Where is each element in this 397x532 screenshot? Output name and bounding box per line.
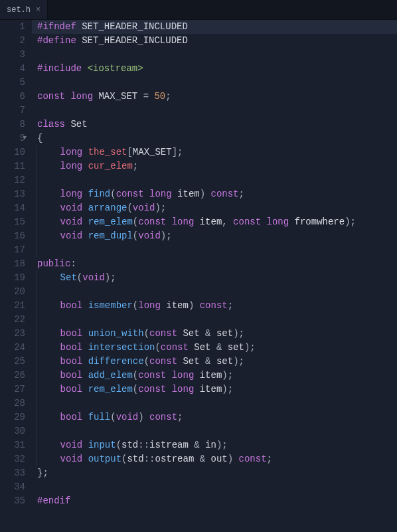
token: difference xyxy=(88,356,144,367)
code-line[interactable]: Set(void); xyxy=(37,271,397,285)
code-line[interactable] xyxy=(37,285,397,299)
line-number[interactable]: 20 xyxy=(0,285,25,299)
line-number[interactable]: 30 xyxy=(0,424,25,438)
token xyxy=(166,370,171,381)
token: #define xyxy=(37,35,76,46)
code-line[interactable]: void output(std::ostream & out) const; xyxy=(37,452,397,466)
line-number[interactable]: 3 xyxy=(0,48,25,62)
code-line[interactable] xyxy=(37,424,397,438)
code-line[interactable]: void arrange(void); xyxy=(37,201,397,215)
line-number[interactable]: 11 xyxy=(0,159,25,173)
code-area[interactable]: #ifndef SET_HEADER_INCLUDED#define SET_H… xyxy=(32,20,397,532)
token: rem_elem xyxy=(88,217,133,227)
code-line[interactable]: bool difference(const Set & set); xyxy=(37,355,397,369)
line-number[interactable]: 35 xyxy=(0,494,25,508)
code-line[interactable]: const long MAX_SET = 50; xyxy=(37,90,397,104)
code-line[interactable]: #ifndef SET_HEADER_INCLUDED xyxy=(32,20,397,34)
line-number[interactable]: 10 xyxy=(0,145,25,159)
close-icon[interactable]: × xyxy=(36,6,40,14)
code-line[interactable] xyxy=(37,48,397,62)
line-number[interactable]: 22 xyxy=(0,313,25,327)
token: :: xyxy=(138,440,149,450)
token: ); xyxy=(233,356,244,367)
code-line[interactable] xyxy=(37,313,397,327)
token: bool xyxy=(60,370,83,381)
line-number[interactable]: 32 xyxy=(0,452,25,466)
token xyxy=(37,145,60,159)
line-number[interactable]: 2 xyxy=(0,34,25,48)
code-line[interactable]: void input(std::istream & in); xyxy=(37,438,397,452)
line-number[interactable]: 1 xyxy=(0,20,25,34)
indent-guide xyxy=(37,313,60,327)
token: const xyxy=(138,217,166,227)
line-number[interactable]: 7 xyxy=(0,104,25,118)
token xyxy=(37,299,60,313)
line-number[interactable]: 28 xyxy=(0,397,25,410)
code-line[interactable] xyxy=(37,104,397,118)
token: ); xyxy=(222,384,233,395)
line-number[interactable]: 17 xyxy=(0,243,25,257)
code-line[interactable]: bool intersection(const Set & set); xyxy=(37,341,397,355)
code-line[interactable]: void rem_elem(const long item, const lon… xyxy=(37,215,397,229)
token: public xyxy=(37,258,70,269)
code-line[interactable]: }; xyxy=(37,466,397,480)
line-number[interactable]: 33 xyxy=(0,466,25,480)
line-number[interactable]: 18 xyxy=(0,257,25,271)
code-line[interactable]: #endif xyxy=(37,494,397,508)
file-tab[interactable]: set.h × xyxy=(0,0,48,19)
line-number[interactable]: 21 xyxy=(0,299,25,313)
fold-icon[interactable]: ▼ xyxy=(23,132,27,145)
token xyxy=(82,203,88,213)
line-number[interactable]: 27 xyxy=(0,383,25,397)
code-line[interactable] xyxy=(37,243,397,257)
line-number[interactable]: 15 xyxy=(0,215,25,229)
code-line[interactable]: long the_set[MAX_SET]; xyxy=(37,145,397,159)
line-number[interactable]: 12 xyxy=(0,173,25,187)
code-line[interactable] xyxy=(37,480,397,494)
line-number[interactable]: 8 xyxy=(0,118,25,132)
line-number[interactable]: 25 xyxy=(0,355,25,369)
code-line[interactable]: bool union_with(const Set & set); xyxy=(37,327,397,341)
token: bool xyxy=(60,356,83,367)
code-line[interactable]: #include <iostream> xyxy=(37,62,397,76)
code-line[interactable]: bool add_elem(const long item); xyxy=(37,369,397,383)
token xyxy=(82,147,88,157)
line-number[interactable]: 9▼ xyxy=(0,132,25,145)
code-line[interactable]: bool rem_elem(const long item); xyxy=(37,383,397,397)
code-line[interactable]: class Set xyxy=(37,118,397,132)
token xyxy=(144,189,149,199)
line-number[interactable]: 26 xyxy=(0,369,25,383)
line-number[interactable]: 4 xyxy=(0,62,25,76)
code-line[interactable]: void rem_dupl(void); xyxy=(37,229,397,243)
code-line[interactable] xyxy=(37,173,397,187)
code-line[interactable]: long find(const long item) const; xyxy=(37,187,397,201)
token xyxy=(172,189,177,199)
token: ( xyxy=(77,272,82,283)
line-number[interactable]: 13 xyxy=(0,187,25,201)
indent-guide xyxy=(37,243,60,257)
code-line[interactable]: bool full(void) const; xyxy=(37,410,397,424)
line-number[interactable]: 23 xyxy=(0,327,25,341)
token xyxy=(82,384,88,395)
code-line[interactable]: #define SET_HEADER_INCLUDED xyxy=(37,34,397,48)
line-number[interactable]: 24 xyxy=(0,341,25,355)
code-line[interactable] xyxy=(37,397,397,410)
line-number[interactable]: 31 xyxy=(0,438,25,452)
token xyxy=(37,187,60,201)
line-number[interactable]: 14 xyxy=(0,201,25,215)
line-number[interactable]: 5 xyxy=(0,76,25,90)
code-line[interactable] xyxy=(37,76,397,90)
code-editor[interactable]: 123456789▼101112131415161718192021222324… xyxy=(0,20,397,532)
line-number[interactable]: 29 xyxy=(0,410,25,424)
line-number[interactable]: 19 xyxy=(0,271,25,285)
line-number[interactable]: 16 xyxy=(0,229,25,243)
code-line[interactable]: long cur_elem; xyxy=(37,159,397,173)
token xyxy=(76,21,82,32)
code-line[interactable]: { xyxy=(37,132,397,145)
token: ( xyxy=(133,370,138,381)
line-number[interactable]: 6 xyxy=(0,90,25,104)
code-line[interactable]: public: xyxy=(37,257,397,271)
line-number[interactable]: 34 xyxy=(0,480,25,494)
token: bool xyxy=(60,342,83,353)
code-line[interactable]: bool ismember(long item) const; xyxy=(37,299,397,313)
